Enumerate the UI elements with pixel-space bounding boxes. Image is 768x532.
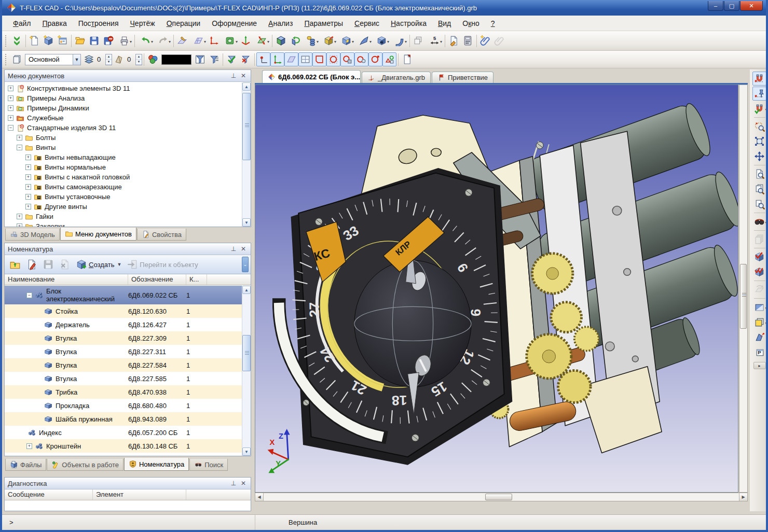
viewport-hscrollbar[interactable]: ◀ ▶	[255, 493, 748, 501]
menu-Настройка[interactable]: Настройка	[385, 17, 432, 30]
toolbar-button-layers[interactable]	[82, 52, 96, 66]
maximize-button[interactable]: ▢	[724, 1, 739, 11]
toolbar-button-plane-arrows[interactable]: ▾	[253, 34, 270, 48]
tree-item[interactable]: +Винты самонарезающие	[5, 182, 242, 192]
toolbar-button-page-corner[interactable]	[400, 52, 414, 66]
toolbar-button-glasses[interactable]: ▾	[751, 215, 768, 229]
toolbar-button-face-hole[interactable]: ▾	[221, 34, 239, 48]
menu-Параметры[interactable]: Параметры	[298, 17, 349, 30]
toolbar-button-pages-gray[interactable]	[752, 232, 766, 246]
dropdown-arrow-icon[interactable]: ▾	[236, 39, 238, 44]
tree-item[interactable]: +Винты с накатной головкой	[5, 172, 242, 182]
title-bar[interactable]: T-FLEX CAD - C:\Users\bespalov\Documents…	[2, 0, 766, 16]
tree-expand-toggle[interactable]: +	[25, 194, 31, 200]
menu-Файл[interactable]: Файл	[7, 17, 36, 30]
toolbar-button-funnel-list[interactable]	[207, 52, 221, 66]
toolbar-button-sel-ring[interactable]	[326, 52, 340, 66]
toolbar-grip[interactable]	[5, 54, 8, 65]
tab-3D Модель[interactable]: 3D Модель	[5, 229, 60, 241]
table-row[interactable]: Шайба пружинная6Д8.943.0891	[5, 412, 242, 426]
save-object-button[interactable]	[40, 257, 57, 272]
toolbar-button-loft[interactable]: ▾	[355, 34, 373, 48]
color-swatch[interactable]	[161, 54, 191, 65]
toolbar-button-doc-tool[interactable]	[447, 34, 461, 48]
dropdown-arrow-icon[interactable]: ▾	[151, 39, 153, 44]
toolbar-button-new-window[interactable]	[56, 34, 70, 48]
toolbar-button-cube-arrow[interactable]: ▾	[320, 34, 337, 48]
toolbar-button-extrude[interactable]	[274, 34, 288, 48]
menu-Вид[interactable]: Вид	[432, 17, 457, 30]
toolbar-button-magnet-ok[interactable]: ▾	[751, 102, 768, 116]
toolbar-button-bend[interactable]: ▾	[390, 34, 408, 48]
toolbar-button-calculator[interactable]	[461, 34, 475, 48]
dropdown-arrow-icon[interactable]: ▾	[352, 39, 354, 44]
chevron-down-icon[interactable]: ▼	[73, 54, 80, 65]
toolbar-grip[interactable]	[5, 35, 8, 47]
toolbar-button-open-folder[interactable]	[73, 34, 87, 48]
tree-item[interactable]: +Заклепки	[5, 221, 242, 227]
tree-item[interactable]: +Болты	[5, 133, 242, 143]
dropdown-arrow-icon[interactable]: ▾	[765, 321, 767, 326]
create-button[interactable]: Создать▼	[73, 257, 124, 272]
diagnostics-column-1[interactable]: Элемент	[93, 489, 186, 500]
toolbar-button-measure[interactable]: 5▾	[426, 34, 443, 48]
toolbar-button-zoom-rect[interactable]	[752, 119, 766, 133]
tree-item[interactable]: +Служебные	[5, 113, 242, 123]
tree-expand-toggle[interactable]: +	[8, 95, 13, 101]
dropdown-arrow-icon[interactable]: ▾	[765, 220, 767, 225]
tree-expand-toggle[interactable]: +	[25, 155, 31, 160]
toolbar-button-rotate-gray[interactable]	[752, 283, 766, 297]
tree-expand-toggle[interactable]: +	[25, 204, 31, 209]
toolbar-button-save[interactable]	[87, 34, 101, 48]
toolbar-button-new-cube[interactable]	[42, 34, 56, 48]
open-object-button[interactable]	[7, 257, 23, 272]
tree-expand-toggle[interactable]: −	[17, 145, 22, 150]
tree-expand-toggle[interactable]: +	[17, 223, 22, 227]
toolbar-button-pyramid-red[interactable]	[752, 330, 766, 344]
toolbar-button-funnel-x[interactable]	[239, 52, 253, 66]
dropdown-arrow-icon[interactable]: ▾	[765, 306, 767, 311]
menu-Анализ[interactable]: Анализ	[263, 17, 298, 30]
toolbar-button-zoom-corner[interactable]	[752, 197, 766, 211]
toolbar-button-fit-all[interactable]	[752, 149, 766, 163]
menu-Сервис[interactable]: Сервис	[349, 17, 385, 30]
menu-Окно[interactable]: Окно	[457, 17, 485, 30]
tab-Объекты в работе[interactable]: Объекты в работе	[47, 459, 124, 471]
toolbar-button-sel-shapes[interactable]	[382, 52, 396, 66]
scroll-right-icon[interactable]: ▶	[739, 493, 747, 501]
close-panel-icon[interactable]: ✕	[239, 72, 248, 79]
toolbar-button-sel-grid[interactable]	[298, 52, 312, 66]
toolbar-button-prism[interactable]	[112, 52, 126, 66]
toolbar-button-cube-pocket[interactable]: ▾	[337, 34, 355, 48]
dropdown-arrow-icon[interactable]: ▾	[267, 39, 269, 44]
document-tab-0[interactable]: 6Д6.069.022 СБ (Блок э...	[262, 70, 361, 83]
toolbar-button-redo[interactable]: ▾	[154, 34, 172, 48]
tree-expand-toggle[interactable]: +	[8, 105, 13, 111]
toolbar-button-revolve[interactable]	[288, 34, 302, 48]
toolbar-button-funnel-win[interactable]	[193, 52, 207, 66]
toolbar-button-zoom-page[interactable]	[752, 167, 766, 181]
toolbar-button-page-p[interactable]: P	[752, 345, 766, 359]
tree-expand-toggle[interactable]: −	[8, 125, 13, 131]
toolbar-button-workplane[interactable]: ▾	[189, 34, 207, 48]
menu-Построения[interactable]: Построения	[73, 17, 125, 30]
table-row[interactable]: П6Д6.100.176 СБ1	[5, 453, 242, 456]
table-scrollbar[interactable]: ▲ ▼	[242, 286, 251, 456]
tree-item[interactable]: +Винты установочные	[5, 192, 242, 202]
table-row[interactable]: Втулка6Д8.227.3091	[5, 331, 242, 345]
toolbar-expand-button[interactable]: ▸	[753, 362, 766, 369]
toolbar-button-tb-chevrons[interactable]	[10, 34, 24, 48]
toolbar-button-axes3d[interactable]	[239, 34, 253, 48]
layer-stepper[interactable]: ▲▼	[105, 54, 112, 65]
toolbar-button-cubes-ghost[interactable]	[412, 34, 426, 48]
tab-Меню документов[interactable]: Меню документов	[60, 228, 136, 241]
tree-item[interactable]: +Винты невыпадающие	[5, 152, 242, 162]
pin-icon[interactable]: ⊥	[229, 245, 238, 253]
dropdown-arrow-icon[interactable]: ▾	[440, 39, 442, 44]
table-row[interactable]: Индекс6Д6.057.200 СБ1	[5, 426, 242, 439]
toolbar-button-sel-ring-cube[interactable]	[340, 52, 354, 66]
dropdown-arrow-icon[interactable]: ▾	[405, 39, 407, 44]
toolbar-button-sel-ring-dot[interactable]	[368, 52, 382, 66]
tree-item[interactable]: +Гайки	[5, 212, 242, 221]
table-row[interactable]: +Кронштейн6Д6.130.148 СБ1	[5, 439, 242, 453]
